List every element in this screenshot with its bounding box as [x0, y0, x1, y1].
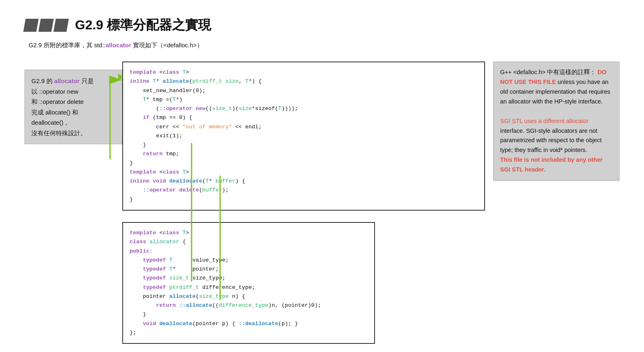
code-line-8: exit(1); [130, 133, 183, 139]
content-area: template <class T> inline T* allocate(pt… [122, 62, 620, 344]
cb-line-3: public: [130, 248, 153, 254]
header-icon [24, 19, 68, 32]
code-line-10: return tmp; [130, 151, 179, 157]
left-ann-kw1: allocator [54, 77, 80, 84]
left-ann-line2: 以 ::operator new [31, 88, 78, 95]
page-header: G2.9 標準分配器之實現 [24, 16, 620, 34]
right-ann-body3: . [544, 166, 546, 173]
cb-line-10: } [130, 311, 146, 317]
cb-line-5: typedef T* pointer; [130, 266, 219, 272]
code-box-class-allocator: template <class T> class allocator { pub… [122, 222, 375, 344]
subtitle-prefix: G2.9 所附的標準庫，其 std:: [29, 42, 106, 48]
code-line-2: inline T* allocate(ptrdiff_t size, T*) { [130, 78, 262, 84]
cb-line-4: typedef T value_type; [130, 257, 229, 263]
subtitle-suffix: 實現如下（<defalloc.h>） [131, 42, 203, 48]
left-ann-line4: 完成 allocate() 和 [31, 109, 78, 116]
subtitle: G2.9 所附的標準庫，其 std::allocator 實現如下（<defal… [29, 42, 620, 49]
code-line-4: T* tmp =(T*) [130, 97, 183, 103]
code-line-12: template <class T> [130, 169, 189, 175]
cb-line-8: pointer allocate(size_type n) { [130, 293, 245, 299]
left-ann-line5: deallocate()， [31, 119, 69, 126]
code-line-5: (::operator new((size_t)(size*sizeof(T))… [130, 106, 298, 112]
right-ann-bold-red: This file is not included by any other S… [500, 156, 602, 173]
cb-line-2: class allocator { [130, 239, 186, 245]
left-ann-line3: 和 ::operator delete [31, 98, 84, 105]
right-ann-body2: interface. SGI-style allocators are not … [500, 128, 602, 154]
cb-line-9: return ::allocate((difference_type)n, (p… [130, 302, 321, 308]
cb-line-12: }; [130, 330, 136, 336]
cb-line-7: typedef ptrdiff_t difference_type; [130, 284, 255, 290]
code-line-3: set_new_handler(0); [130, 88, 205, 94]
main-layout: G2.9 的 allocator 只是 以 ::operator new 和 :… [24, 62, 620, 344]
code-box-allocate: template <class T> inline T* allocate(pt… [122, 62, 485, 211]
center-code-area: template <class T> inline T* allocate(pt… [122, 62, 485, 344]
code-line-6: if (tmp == 0) { [130, 114, 192, 121]
right-ann-prefix: G++ <defalloc.h> 中有這樣的註釋： [500, 69, 596, 75]
subtitle-kw: allocator [106, 42, 131, 48]
right-ann-sgi: SGI STL uses a different allocator [500, 118, 589, 124]
left-ann-line1: G2.9 的 [31, 77, 54, 84]
cb-line-1: template <class T> [130, 230, 189, 236]
code-line-11: } [130, 160, 133, 166]
left-annotation: G2.9 的 allocator 只是 以 ::operator new 和 :… [24, 70, 122, 144]
cb-line-11: void deallocate(pointer p) { ::deallocat… [130, 321, 298, 327]
code-line-7: cerr << "out of memory" << endl; [130, 124, 262, 130]
code-line-14: ::operator delete(buffer); [130, 187, 229, 193]
code-line-13: inline void deallocate(T* buffer) { [130, 178, 245, 184]
code-line-15: } [130, 196, 133, 202]
code-line-9: } [130, 142, 146, 148]
left-ann-line1b: 只是 [79, 77, 93, 84]
code-line-1: template <class T> [130, 69, 189, 75]
page-title: G2.9 標準分配器之實現 [75, 16, 211, 34]
right-annotation: G++ <defalloc.h> 中有這樣的註釋： DO NOT USE THI… [493, 62, 620, 181]
cb-line-6: typedef size_t size_type; [130, 275, 225, 281]
left-ann-line6: 沒有任何特殊設計。 [31, 130, 86, 136]
